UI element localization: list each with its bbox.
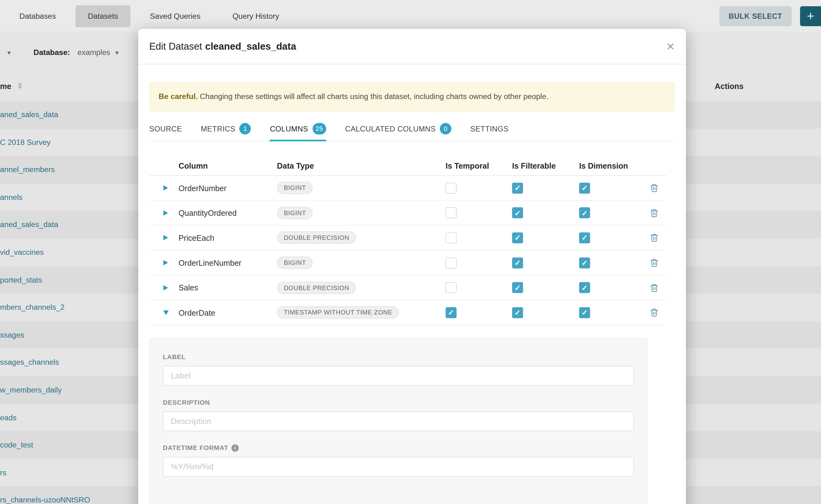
data-type-pill: DOUBLE PRECISION [277, 232, 356, 244]
modal-header: Edit Datasetcleaned_sales_data ✕ [138, 29, 686, 64]
header-data-type: Data Type [277, 161, 446, 170]
column-name: OrderLineNumber [179, 258, 277, 267]
expand-caret-icon[interactable] [163, 285, 168, 290]
delete-icon[interactable] [650, 183, 659, 193]
datetime-format-field-label: DATETIME FORMATi [163, 444, 634, 451]
tab-metrics[interactable]: METRICS1 [201, 117, 251, 141]
tab-source[interactable]: SOURCE [149, 117, 182, 141]
column-name: QuantityOrdered [179, 209, 277, 217]
warning-text: Changing these settings will affect all … [200, 92, 549, 101]
collapse-caret-icon[interactable] [163, 310, 169, 315]
app-root: Databases Datasets Saved Queries Query H… [0, 0, 821, 504]
columns-table-header: Column Data Type Is Temporal Is Filterab… [149, 156, 667, 176]
columns-count-badge: 25 [312, 123, 326, 135]
expand-caret-icon[interactable] [163, 235, 168, 240]
delete-icon[interactable] [650, 208, 659, 218]
is-filterable-checkbox[interactable] [512, 183, 523, 194]
column-name: PriceEach [179, 233, 277, 242]
delete-icon[interactable] [650, 283, 659, 292]
datetime-format-input[interactable] [163, 457, 634, 477]
column-row: PriceEach DOUBLE PRECISION [149, 226, 667, 251]
tab-calculated-columns[interactable]: CALCULATED COLUMNS0 [345, 117, 452, 141]
header-is-temporal: Is Temporal [446, 161, 512, 170]
column-row: OrderNumber BIGINT [149, 176, 667, 201]
column-detail-panel: LABEL DESCRIPTION DATETIME FORMATi [149, 338, 648, 504]
columns-table: Column Data Type Is Temporal Is Filterab… [149, 156, 667, 325]
delete-icon[interactable] [650, 308, 659, 317]
is-temporal-checkbox[interactable] [446, 207, 457, 218]
column-row: Sales DOUBLE PRECISION [149, 275, 667, 300]
is-dimension-checkbox[interactable] [579, 232, 590, 243]
column-name: OrderNumber [179, 184, 277, 192]
is-filterable-checkbox[interactable] [512, 257, 523, 268]
label-field-label: LABEL [163, 353, 634, 360]
data-type-pill: BIGINT [277, 182, 313, 194]
is-filterable-checkbox[interactable] [512, 232, 523, 243]
description-field-label: DESCRIPTION [163, 398, 634, 406]
is-temporal-checkbox[interactable] [446, 257, 457, 268]
is-temporal-checkbox[interactable] [446, 232, 457, 243]
is-temporal-checkbox[interactable] [446, 282, 457, 293]
warning-banner: Be careful.Changing these settings will … [149, 82, 675, 111]
is-dimension-checkbox[interactable] [579, 183, 590, 194]
is-filterable-checkbox[interactable] [512, 282, 523, 293]
tab-columns[interactable]: COLUMNS25 [270, 117, 326, 141]
modal-title: Edit Datasetcleaned_sales_data [149, 41, 296, 52]
is-dimension-checkbox[interactable] [579, 207, 590, 218]
calculated-columns-count-badge: 0 [440, 123, 452, 135]
modal-body: Be careful.Changing these settings will … [138, 82, 686, 504]
close-icon[interactable]: ✕ [666, 41, 675, 52]
label-input[interactable] [163, 366, 634, 386]
column-name: Sales [179, 283, 277, 292]
header-is-filterable: Is Filterable [512, 161, 579, 170]
header-is-dimension: Is Dimension [579, 161, 642, 170]
is-temporal-checkbox[interactable] [446, 183, 457, 194]
warning-bold: Be careful. [159, 92, 198, 101]
data-type-pill: TIMESTAMP WITHOUT TIME ZONE [277, 306, 399, 319]
tab-settings[interactable]: SETTINGS [470, 117, 509, 141]
is-dimension-checkbox[interactable] [579, 257, 590, 268]
is-dimension-checkbox[interactable] [579, 282, 590, 293]
delete-icon[interactable] [650, 258, 659, 267]
delete-icon[interactable] [650, 233, 659, 243]
column-row-expanded: OrderDate TIMESTAMP WITHOUT TIME ZONE [149, 300, 667, 325]
data-type-pill: BIGINT [277, 207, 313, 219]
header-column: Column [179, 161, 277, 170]
description-input[interactable] [163, 411, 634, 431]
metrics-count-badge: 1 [240, 123, 251, 135]
column-name: OrderDate [179, 308, 277, 317]
is-filterable-checkbox[interactable] [512, 307, 523, 318]
is-temporal-checkbox[interactable] [446, 307, 457, 318]
edit-dataset-modal: Edit Datasetcleaned_sales_data ✕ Be care… [138, 29, 686, 504]
dataset-name: cleaned_sales_data [205, 41, 296, 52]
expand-caret-icon[interactable] [163, 260, 168, 265]
column-row: QuantityOrdered BIGINT [149, 201, 667, 226]
data-type-pill: BIGINT [277, 256, 313, 269]
column-row: OrderLineNumber BIGINT [149, 250, 667, 275]
data-type-pill: DOUBLE PRECISION [277, 281, 356, 294]
modal-tabs: SOURCE METRICS1 COLUMNS25 CALCULATED COL… [149, 117, 675, 141]
info-icon[interactable]: i [231, 444, 239, 451]
is-dimension-checkbox[interactable] [579, 307, 590, 318]
expand-caret-icon[interactable] [163, 185, 168, 191]
is-filterable-checkbox[interactable] [512, 207, 523, 218]
expand-caret-icon[interactable] [163, 210, 168, 216]
